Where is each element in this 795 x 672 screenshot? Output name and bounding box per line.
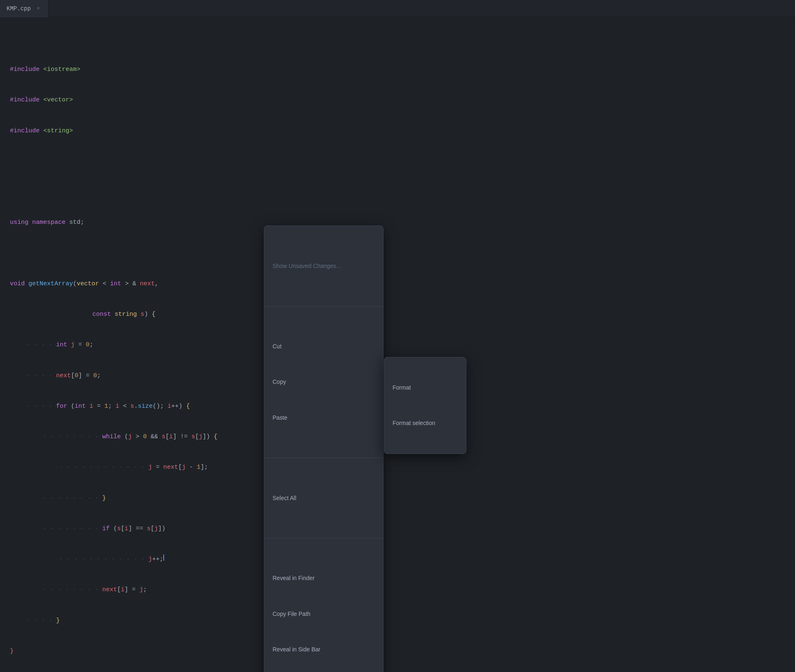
tab-bar: KMP.cpp × xyxy=(0,0,795,17)
menu-separator-2 xyxy=(264,458,383,458)
astyleformatter-submenu: Format Format selection xyxy=(384,357,466,454)
context-menu: Show Unsaved Changes... Cut Copy Paste S… xyxy=(264,226,383,672)
menu-separator-1 xyxy=(264,306,383,307)
tab-filename: KMP.cpp xyxy=(7,5,31,12)
menu-item-paste[interactable]: Paste xyxy=(264,410,383,425)
tab-kmp-cpp[interactable]: KMP.cpp × xyxy=(0,0,49,17)
menu-item-reveal-sidebar[interactable]: Reveal in Side Bar xyxy=(264,642,383,657)
tab-close-button[interactable]: × xyxy=(35,5,42,12)
context-menu-overlay[interactable]: Show Unsaved Changes... Cut Copy Paste S… xyxy=(0,17,795,672)
menu-item-copy[interactable]: Copy xyxy=(264,374,383,390)
menu-item-copy-file-path[interactable]: Copy File Path xyxy=(264,606,383,622)
submenu-item-format-selection[interactable]: Format selection xyxy=(384,416,466,431)
menu-item-reveal-finder[interactable]: Reveal in Finder xyxy=(264,571,383,586)
menu-separator-3 xyxy=(264,538,383,538)
menu-item-select-all[interactable]: Select All xyxy=(264,491,383,506)
app-window: KMP.cpp × #include <iostream> #include <… xyxy=(0,0,795,672)
editor-area[interactable]: #include <iostream> #include <vector> #i… xyxy=(0,17,795,672)
menu-item-show-unsaved[interactable]: Show Unsaved Changes... xyxy=(264,258,383,274)
submenu-item-format[interactable]: Format xyxy=(384,380,466,395)
menu-item-cut[interactable]: Cut xyxy=(264,339,383,354)
